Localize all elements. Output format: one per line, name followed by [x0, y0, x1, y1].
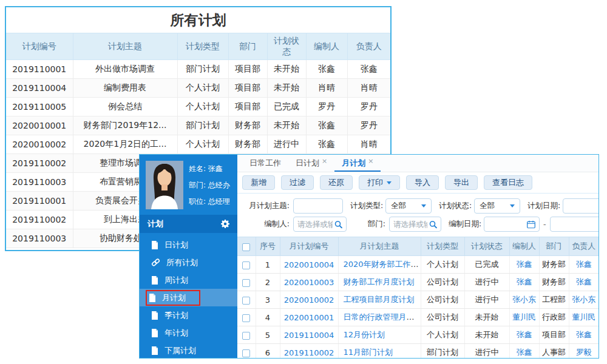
- tab-daily-work[interactable]: 日常工作: [242, 155, 288, 172]
- table-cell: 肖晴: [347, 135, 390, 154]
- creator-link[interactable]: 张鑫: [517, 277, 532, 286]
- add-button[interactable]: 新增: [242, 175, 275, 190]
- subject-link[interactable]: 12月份计划: [344, 330, 385, 339]
- sidebar-item-year-plan[interactable]: 年计划: [140, 324, 237, 342]
- code-link[interactable]: 2019110002: [284, 348, 334, 357]
- table-cell: 部门计划: [177, 60, 228, 79]
- plan-row[interactable]: 42020010001日常的行政管理月计划公司计划未开始董川民行政部董川民: [237, 309, 599, 326]
- row-checkbox[interactable]: [242, 261, 250, 269]
- subject-link[interactable]: 2020年财务部工作月...: [344, 260, 421, 269]
- owner-link[interactable]: 张鑫: [576, 330, 592, 339]
- calendar-icon[interactable]: [527, 220, 535, 228]
- gear-icon[interactable]: [221, 220, 229, 228]
- subject-link[interactable]: 财务部工作月度计划: [344, 277, 415, 286]
- row-checkbox[interactable]: [242, 314, 250, 322]
- sidebar-item-sub-plans[interactable]: 下属计划: [140, 342, 237, 358]
- subject-link[interactable]: 工程项目部月度计划: [344, 295, 415, 304]
- code-cell: 2019110004: [280, 326, 338, 344]
- row-select-cell: [237, 291, 256, 309]
- sidebar-item-day-plan[interactable]: 日计划: [140, 236, 237, 254]
- table-cell: 项目部: [228, 60, 267, 79]
- close-icon[interactable]: ×: [368, 157, 373, 165]
- row-select-cell: [237, 309, 256, 326]
- creator-link[interactable]: 张鑫: [517, 260, 532, 269]
- owner-link[interactable]: 张鑫: [576, 277, 592, 286]
- type-select-value: 全部: [391, 201, 406, 211]
- type-cell: 公司计划: [421, 274, 464, 291]
- plan-row[interactable]: 32020010002工程项目部月度计划公司计划进行中张小东工程部张小东: [237, 291, 599, 309]
- sidebar-item-week-plan[interactable]: 周计划: [140, 271, 237, 289]
- view-log-button[interactable]: 查看日志: [484, 175, 532, 190]
- button-label: 导出: [453, 177, 469, 188]
- owner-link[interactable]: 罗毅: [576, 348, 592, 357]
- caret-down-icon: [421, 204, 426, 207]
- creator-filter-label: 编制人:: [242, 219, 293, 229]
- owner-link[interactable]: 张鑫: [576, 260, 592, 269]
- subject-link[interactable]: 11月部门计划: [344, 348, 393, 357]
- table-row[interactable]: 2020010001财务部门2019年12...部门计划财务部未开始张鑫罗丹: [6, 116, 390, 135]
- filter-button[interactable]: 过滤: [281, 175, 314, 190]
- row-checkbox[interactable]: [242, 349, 250, 357]
- plan-row[interactable]: 22020010003财务部工作月度计划公司计划进行中张鑫财务部张鑫: [237, 274, 599, 291]
- plan-row[interactable]: 5201911000412月份计划个人计划未开始张鑫项目部张鑫: [237, 326, 599, 344]
- import-button[interactable]: 导入: [406, 175, 439, 190]
- table-row[interactable]: 2019110005例会总结个人计划项目部已完成罗丹罗丹: [6, 98, 390, 116]
- subject-link[interactable]: 日常的行政管理月计划: [344, 312, 421, 322]
- grid-column-header: 月计划编号: [280, 237, 338, 256]
- sidebar-item-inner: 年计划: [149, 326, 191, 340]
- plan-date-input[interactable]: [563, 199, 599, 213]
- table-row[interactable]: 2019110001外出做市场调查部门计划项目部未开始张鑫张鑫: [6, 60, 390, 79]
- dept-cell: 财务部: [539, 274, 569, 291]
- table-row[interactable]: 20200100022020年1月2日的工...个人计划财务部进行中张鑫肖晴: [6, 135, 390, 154]
- plan-row[interactable]: 120200100042020年财务部工作月...个人计划已完成张鑫财务部张鑫: [237, 256, 599, 274]
- row-checkbox[interactable]: [242, 297, 250, 305]
- row-checkbox[interactable]: [242, 279, 250, 287]
- tab-bar: 日常工作日计划×月计划×: [237, 155, 599, 172]
- subject-input[interactable]: [294, 199, 342, 213]
- code-cell: 2020010004: [280, 256, 338, 274]
- owner-link[interactable]: 董川民: [572, 312, 595, 322]
- creator-link[interactable]: 张鑫: [517, 330, 532, 339]
- creator-link[interactable]: 张小东: [512, 295, 536, 304]
- table-cell: 编制费用表: [73, 79, 177, 98]
- table-cell: 2019110005: [6, 98, 73, 116]
- tab-month-plan[interactable]: 月计划×: [334, 155, 381, 172]
- table-cell: 张鑫: [347, 60, 390, 79]
- print-button[interactable]: 打印: [359, 175, 400, 190]
- monthly-plan-window: 姓名: 张鑫 部门: 总经办 职位: 总经理 计划 日计划所有计划周计划月计划季…: [139, 154, 599, 359]
- subject-cell: 11月部门计划: [338, 344, 421, 359]
- table-cell: 肖晴: [306, 79, 347, 98]
- reset-button[interactable]: 还原: [320, 175, 353, 190]
- profile-position: 职位: 总经理: [189, 197, 230, 207]
- status-select[interactable]: 全部: [474, 198, 520, 214]
- table-cell: 个人计划: [177, 98, 228, 116]
- code-link[interactable]: 2020010002: [284, 295, 334, 305]
- sidebar-item-month-plan[interactable]: 月计划: [140, 289, 237, 306]
- creator-link[interactable]: 董川民: [512, 312, 536, 322]
- export-button[interactable]: 导出: [445, 175, 478, 190]
- column-header: 计划编号: [6, 33, 73, 60]
- creator-link[interactable]: 张鑫: [517, 348, 532, 357]
- close-icon[interactable]: ×: [322, 157, 327, 165]
- sidebar-item-all-plans[interactable]: 所有计划: [140, 254, 237, 271]
- status-cell: 进行中: [464, 344, 509, 359]
- code-link[interactable]: 2020010003: [284, 278, 334, 287]
- tab-day-plan[interactable]: 日计划×: [288, 155, 334, 172]
- code-link[interactable]: 2020010004: [284, 260, 334, 269]
- type-select[interactable]: 全部: [385, 198, 432, 214]
- table-cell: 项目部: [228, 98, 267, 116]
- search-icon[interactable]: [429, 220, 437, 228]
- status-cell: 未开始: [464, 309, 509, 326]
- plan-row[interactable]: 6201911000211月部门计划部门计划进行中张鑫人事部罗毅: [237, 344, 599, 359]
- owner-link[interactable]: 张小东: [572, 295, 595, 304]
- row-checkbox[interactable]: [242, 332, 250, 340]
- search-icon[interactable]: [334, 220, 342, 228]
- create-date-to-field: [550, 217, 599, 232]
- select-all-checkbox[interactable]: [242, 243, 250, 251]
- table-row[interactable]: 2019110004编制费用表个人计划项目部未开始肖晴肖晴: [6, 79, 390, 98]
- create-date-to-input[interactable]: [551, 217, 599, 231]
- code-link[interactable]: 2020010001: [284, 313, 334, 322]
- code-link[interactable]: 2019110004: [284, 331, 334, 340]
- sidebar-item-quarter-plan[interactable]: 季计划: [140, 306, 237, 324]
- column-header: 部门: [228, 33, 267, 60]
